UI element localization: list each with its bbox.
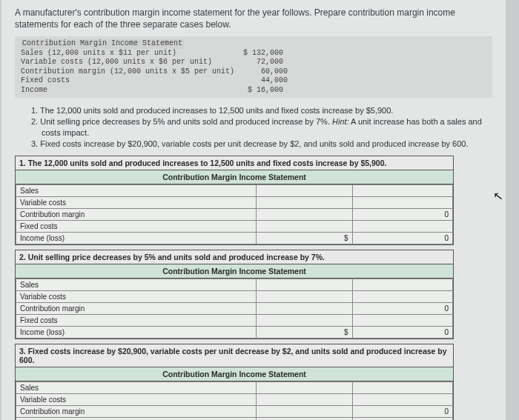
worksheet: A manufacturer's contribution margin inc…: [1, 0, 506, 420]
case-3-block: 3. Fixed costs increase by $20,900, vari…: [15, 344, 454, 420]
c3-sales-label: Sales: [16, 381, 257, 393]
c1-inc-label: Income (loss): [16, 232, 257, 244]
c2-cm-label: Contribution margin: [16, 302, 257, 314]
c2-fixed-label: Fixed costs: [16, 314, 257, 326]
c3-sales-in1[interactable]: [256, 381, 352, 393]
given-var-label: Variable costs (12,000 units x $6 per un…: [21, 58, 212, 66]
given-fixed-label: Fixed costs: [21, 76, 70, 84]
c1-sales-in2[interactable]: [352, 184, 452, 196]
given-fixed-value: 44,000: [261, 76, 288, 84]
given-sales-value: $ 132,000: [243, 49, 283, 57]
given-sales-label: Sales (12,000 units x $11 per unit): [21, 49, 176, 57]
c1-cm-in2[interactable]: 0: [352, 208, 452, 220]
c2-cm-in2[interactable]: 0: [352, 302, 452, 314]
case-3-subhead: Contribution Margin Income Statement: [16, 367, 453, 381]
given-title: Contribution Margin Income Statement: [21, 39, 184, 49]
case-2-table: Sales Variable costs Contribution margin…: [16, 279, 453, 339]
c1-fixed-in2[interactable]: [352, 220, 452, 232]
c3-cm-label: Contribution margin: [16, 405, 257, 417]
c1-var-in1[interactable]: [256, 196, 352, 208]
case-3-text: 3. Fixed costs increase by $20,900, vari…: [42, 139, 492, 150]
c2-sales-in2[interactable]: [352, 279, 452, 290]
c2-inc-in1[interactable]: $: [256, 326, 352, 338]
c1-fixed-in1[interactable]: [256, 220, 352, 232]
c3-cm-in2[interactable]: 0: [352, 405, 452, 417]
given-income-label: Income: [21, 86, 47, 94]
case-1-text: 1. The 12,000 units sold and produced in…: [42, 105, 492, 116]
c2-var-label: Variable costs: [16, 290, 257, 302]
case-3-table: Sales Variable costs Contribution margin…: [16, 381, 453, 420]
c1-sales-in1[interactable]: [256, 184, 352, 196]
c1-var-in2[interactable]: [352, 196, 452, 208]
case-1-header: 1. The 12,000 units sold and produced in…: [16, 156, 453, 170]
case-1-block: 1. The 12,000 units sold and produced in…: [15, 156, 454, 245]
given-cm-label: Contribution margin (12,000 units x $5 p…: [21, 67, 234, 76]
c2-inc-label: Income (loss): [16, 326, 257, 338]
case-1-subhead: Contribution Margin Income Statement: [16, 170, 453, 184]
case-list: 1. The 12,000 units sold and produced in…: [15, 105, 492, 149]
c2-var-in1[interactable]: [256, 290, 352, 302]
case-2-text: 2. Unit selling price decreases by 5% an…: [42, 116, 492, 139]
case-2-header: 2. Unit selling price decreases by 5% an…: [16, 250, 453, 264]
c1-inc-in2[interactable]: 0: [352, 232, 452, 244]
c1-cm-label: Contribution margin: [16, 208, 257, 220]
answer-area: 1. The 12,000 units sold and produced in…: [15, 156, 454, 420]
given-var-value: 72,000: [257, 58, 283, 66]
case-1-table: Sales Variable costs Contribution margin…: [16, 184, 453, 244]
c3-var-in2[interactable]: [352, 393, 452, 405]
given-cm-value: 60,000: [261, 67, 288, 76]
c1-var-label: Variable costs: [16, 196, 257, 208]
c1-sales-label: Sales: [16, 184, 257, 196]
c3-fixed-in1[interactable]: [256, 417, 352, 420]
case-3-header: 3. Fixed costs increase by $20,900, vari…: [16, 344, 453, 367]
c2-sales-in1[interactable]: [256, 279, 352, 290]
given-statement: Contribution Margin Income Statement Sal…: [15, 36, 492, 98]
c2-inc-in2[interactable]: 0: [352, 326, 452, 338]
c1-cm-in1[interactable]: [256, 208, 352, 220]
c3-var-in1[interactable]: [256, 393, 352, 405]
c2-var-in2[interactable]: [352, 290, 452, 302]
c2-sales-label: Sales: [16, 279, 257, 290]
c1-inc-in1[interactable]: $: [256, 232, 352, 244]
c3-cm-in1[interactable]: [256, 405, 352, 417]
c3-var-label: Variable costs: [16, 393, 257, 405]
case-2-subhead: Contribution Margin Income Statement: [16, 264, 453, 279]
case-2-block: 2. Unit selling price decreases by 5% an…: [15, 250, 454, 339]
problem-prompt: A manufacturer's contribution margin inc…: [15, 7, 492, 30]
c3-fixed-in2[interactable]: [352, 417, 452, 420]
c3-sales-in2[interactable]: [352, 381, 452, 393]
c2-fixed-in2[interactable]: [352, 314, 452, 326]
cursor-icon: ↖: [492, 188, 504, 204]
c2-cm-in1[interactable]: [256, 302, 352, 314]
c2-fixed-in1[interactable]: [256, 314, 352, 326]
c3-fixed-label: Fixed costs: [16, 417, 257, 420]
given-income-value: $ 16,000: [248, 86, 283, 94]
c1-fixed-label: Fixed costs: [16, 220, 257, 232]
